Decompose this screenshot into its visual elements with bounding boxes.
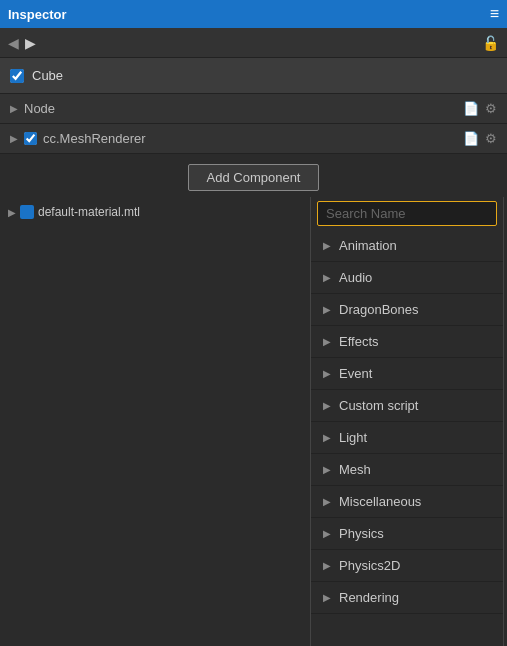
mesh-expand-arrow-icon[interactable]: ▶	[10, 133, 18, 144]
left-panel: ▶ default-material.mtl	[0, 197, 155, 646]
menu-item-expand-arrow-icon: ▶	[323, 368, 331, 379]
cube-label: Cube	[32, 68, 63, 83]
menu-item-label: Rendering	[339, 590, 399, 605]
menu-item[interactable]: ▶Physics2D	[311, 550, 503, 582]
search-row	[311, 197, 503, 230]
material-expand-arrow-icon[interactable]: ▶	[8, 207, 16, 218]
menu-item-expand-arrow-icon: ▶	[323, 432, 331, 443]
node-section-icons: 📄 ⚙	[463, 101, 497, 116]
menu-item-expand-arrow-icon: ▶	[323, 304, 331, 315]
back-arrow-icon[interactable]: ◀	[8, 35, 19, 51]
menu-item-expand-arrow-icon: ▶	[323, 336, 331, 347]
menu-item[interactable]: ▶Mesh	[311, 454, 503, 486]
menu-item-expand-arrow-icon: ▶	[323, 592, 331, 603]
menu-item[interactable]: ▶Animation	[311, 230, 503, 262]
mesh-doc-icon[interactable]: 📄	[463, 131, 479, 146]
menu-item-expand-arrow-icon: ▶	[323, 400, 331, 411]
node-section-row: ▶ Node 📄 ⚙	[0, 94, 507, 124]
main-content: ▶ default-material.mtl ▶Animation▶Audio▶…	[0, 197, 507, 646]
nav-arrows: ◀ ▶	[8, 35, 36, 51]
menu-item[interactable]: ▶Physics	[311, 518, 503, 550]
menu-item[interactable]: ▶Custom script	[311, 390, 503, 422]
menu-item-label: Event	[339, 366, 372, 381]
menu-item[interactable]: ▶Event	[311, 358, 503, 390]
menu-item-label: DragonBones	[339, 302, 419, 317]
material-icon	[20, 205, 34, 219]
add-component-button[interactable]: Add Component	[188, 164, 320, 191]
menu-item[interactable]: ▶DragonBones	[311, 294, 503, 326]
node-doc-icon[interactable]: 📄	[463, 101, 479, 116]
node-section-label: Node	[24, 101, 55, 116]
cube-row: Cube	[0, 58, 507, 94]
menu-item[interactable]: ▶Miscellaneous	[311, 486, 503, 518]
search-input[interactable]	[317, 201, 497, 226]
forward-arrow-icon[interactable]: ▶	[25, 35, 36, 51]
menu-item-expand-arrow-icon: ▶	[323, 240, 331, 251]
node-gear-icon[interactable]: ⚙	[485, 101, 497, 116]
mesh-renderer-row: ▶ cc.MeshRenderer 📄 ⚙	[0, 124, 507, 154]
mesh-renderer-checkbox[interactable]	[24, 132, 37, 145]
inspector-title: Inspector	[8, 7, 67, 22]
menu-item-expand-arrow-icon: ▶	[323, 496, 331, 507]
mesh-renderer-left: ▶ cc.MeshRenderer	[10, 131, 146, 146]
nav-row: ◀ ▶ 🔓	[0, 28, 507, 58]
menu-item[interactable]: ▶Rendering	[311, 582, 503, 614]
menu-list: ▶Animation▶Audio▶DragonBones▶Effects▶Eve…	[311, 230, 503, 646]
menu-item-label: Effects	[339, 334, 379, 349]
node-expand-arrow-icon[interactable]: ▶	[10, 103, 18, 114]
add-component-area: Add Component	[0, 154, 507, 197]
menu-item[interactable]: ▶Effects	[311, 326, 503, 358]
menu-item-label: Animation	[339, 238, 397, 253]
menu-item-label: Custom script	[339, 398, 418, 413]
menu-item-expand-arrow-icon: ▶	[323, 464, 331, 475]
menu-item-expand-arrow-icon: ▶	[323, 560, 331, 571]
menu-item-label: Physics2D	[339, 558, 400, 573]
header-menu-icon[interactable]: ≡	[490, 5, 499, 23]
menu-item-label: Mesh	[339, 462, 371, 477]
menu-item-label: Miscellaneous	[339, 494, 421, 509]
menu-item[interactable]: ▶Audio	[311, 262, 503, 294]
default-material-item[interactable]: ▶ default-material.mtl	[8, 205, 155, 219]
material-label: default-material.mtl	[38, 205, 140, 219]
mesh-renderer-icons: 📄 ⚙	[463, 131, 497, 146]
inspector-panel: Inspector ≡ ◀ ▶ 🔓 Cube ▶ Node 📄 ⚙ ▶ cc.M…	[0, 0, 507, 646]
menu-item-label: Physics	[339, 526, 384, 541]
menu-item-expand-arrow-icon: ▶	[323, 528, 331, 539]
menu-item-expand-arrow-icon: ▶	[323, 272, 331, 283]
menu-item-label: Light	[339, 430, 367, 445]
menu-item-label: Audio	[339, 270, 372, 285]
node-section-left: ▶ Node	[10, 101, 55, 116]
inspector-header: Inspector ≡	[0, 0, 507, 28]
menu-item[interactable]: ▶Light	[311, 422, 503, 454]
component-dropdown: ▶Animation▶Audio▶DragonBones▶Effects▶Eve…	[310, 197, 504, 646]
cube-checkbox[interactable]	[10, 69, 24, 83]
lock-icon[interactable]: 🔓	[482, 35, 499, 51]
mesh-gear-icon[interactable]: ⚙	[485, 131, 497, 146]
mesh-renderer-label: cc.MeshRenderer	[43, 131, 146, 146]
